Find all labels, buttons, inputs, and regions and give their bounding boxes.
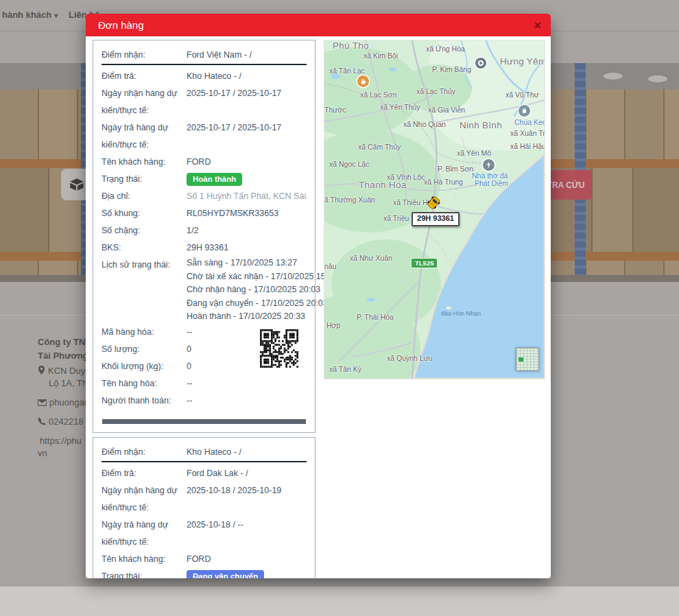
location-pin-icon: [38, 366, 45, 375]
map-label: xã Gia Viễn: [428, 106, 465, 114]
field-value: 29H 93361: [187, 239, 307, 257]
chevron-down-icon: ▾: [54, 12, 58, 19]
detail-row: Ngày nhận hàng dự kiến/thực tế:2025-10-1…: [102, 482, 307, 517]
detail-row: Điểm trả:Kho Hateco - /: [102, 68, 307, 85]
detail-row: Số khung:RL05HYD7MSKR33653: [102, 205, 307, 222]
modal-body: Điểm nhận:Ford Việt Nam - / Điểm trả:Kho…: [86, 36, 551, 578]
map-label: xã Hải Hậu: [510, 142, 545, 150]
field-label: Mã hàng hóa:: [102, 324, 187, 341]
modal-title: Đơn hàng: [98, 19, 144, 31]
detail-row: Trạng thái:Hoàn thành: [102, 171, 307, 188]
map-label: xã Xuân Trư: [510, 129, 545, 137]
detail-row: Số chặng:1/2: [102, 222, 307, 239]
field-label: BKS:: [102, 239, 187, 257]
map-label: xã Tân Kỳ: [329, 365, 361, 373]
detail-row: BKS:29H 93361: [102, 239, 307, 257]
footer-address-line2: Lộ 1A, Th: [49, 378, 87, 388]
detail-row: Điểm nhận:Kho Hateco - /: [102, 444, 307, 462]
map-label: đảo Hòn Nhạn: [441, 310, 481, 317]
qr-code: [260, 329, 298, 368]
minimap-inset[interactable]: [516, 348, 539, 371]
field-label: Địa chỉ:: [102, 188, 187, 205]
field-value: Số 1 Huỳnh Tấn Phát, KCN Sài Đồng B: [187, 188, 307, 205]
minimap-marker: [519, 357, 523, 362]
map-label: xã Nho Quan: [403, 120, 446, 128]
map[interactable]: Phú Thọxã Kim Bôixã Ứng HòaHưng YênP. Ki…: [324, 40, 545, 379]
footer-phone-row[interactable]: 0242218: [38, 416, 84, 427]
detail-row: Ngày nhận hàng dự kiến/thực tế:2025-10-1…: [102, 85, 307, 119]
field-value: FORD: [187, 551, 307, 568]
phone-icon: [38, 417, 46, 425]
map-label: xã Vũ Thư: [505, 91, 539, 99]
detail-row: Người thanh toán:--: [102, 392, 307, 410]
field-value: RL05HYD7MSKR33653: [187, 205, 307, 222]
history-item: Chờ nhận hàng - 17/10/2025 20:03: [187, 283, 307, 297]
map-label: xã Như Xuân: [350, 254, 392, 262]
field-value: Kho Hateco - /: [187, 444, 307, 461]
status-history-row: Lịch sử trạng thái: Sẵn sàng - 17/10/202…: [102, 257, 307, 324]
map-label: xã Hà Trung: [424, 178, 463, 186]
town-poi-icon[interactable]: [475, 58, 486, 69]
detail-row: Ngày trả hàng dự kiến/thực tế:2025-10-18…: [102, 517, 307, 551]
field-value: Kho Hateco - /: [187, 68, 307, 85]
field-label: Tên hàng hóa:: [102, 375, 187, 392]
shopping-poi-icon[interactable]: [519, 105, 530, 117]
order-leg-card-2: Điểm nhận:Kho Hateco - / Điểm trả:Ford D…: [93, 437, 315, 578]
map-label: xã Quỳnh Lưu: [387, 354, 433, 362]
nav-item-hanh-khach[interactable]: hành khách▾: [2, 10, 58, 20]
detail-row: Tên hàng hóa:--: [102, 375, 307, 392]
map-label: P. Bỉm Sơn: [438, 165, 473, 173]
order-leg-card-1: Điểm nhận:Ford Việt Nam - / Điểm trả:Kho…: [93, 40, 315, 433]
map-label: xã Yên Mô: [457, 149, 491, 157]
package-icon: [68, 176, 86, 193]
ceiling-lamp: [604, 73, 623, 80]
map-label: xã Kim Bôi: [364, 51, 398, 60]
status-history-list: Sẵn sàng - 17/10/2025 13:27 Chờ tài xế x…: [187, 257, 307, 324]
order-details-column: Điểm nhận:Ford Việt Nam - / Điểm trả:Kho…: [93, 40, 315, 575]
map-label: xã Lạc Thủy: [416, 87, 455, 95]
field-label: Điểm trả:: [102, 465, 187, 482]
field-label: Điểm nhận:: [102, 444, 187, 461]
field-label: Điểm trả:: [102, 68, 187, 85]
field-value: 2025-10-18 / --: [187, 517, 307, 551]
footer-email-text: phuongan: [49, 397, 89, 407]
history-item: Đang vận chuyển - 17/10/2025 20:03: [187, 297, 307, 311]
history-item: Chờ tài xế xác nhận - 17/10/2025 15:20: [187, 270, 307, 284]
map-label: P. Kim Bảng: [432, 65, 471, 73]
field-label: Tên khách hàng:: [102, 551, 187, 568]
footer-website-line1[interactable]: https://phu: [40, 436, 82, 446]
map-label: xã Yên Thủy: [380, 103, 420, 111]
field-label: Ngày nhận hàng dự kiến/thực tế:: [102, 482, 187, 517]
map-label: Chùa Keo: [514, 118, 545, 126]
field-label: Tên khách hàng:: [102, 154, 187, 171]
church-poi-icon[interactable]: [483, 159, 495, 171]
road-badge: TL525: [411, 258, 438, 268]
status-badge: Hoàn thành: [187, 173, 242, 186]
detail-row: Điểm trả:Ford Dak Lak - /: [102, 465, 307, 482]
ceiling-lamp: [648, 75, 667, 82]
map-label: xã Ứng Hòa: [426, 45, 465, 53]
restaurant-poi-icon[interactable]: [357, 75, 369, 87]
nav-item-label: hành khách: [2, 10, 51, 20]
footer-website-line2: vn: [38, 448, 47, 458]
field-value: Ford Việt Nam - /: [187, 47, 307, 64]
page-bottom-section: [0, 587, 679, 616]
map-label: Thanh Hóa: [359, 180, 407, 190]
detail-row: Địa chỉ:Số 1 Huỳnh Tấn Phát, KCN Sài Đồn…: [102, 188, 307, 205]
field-label: Trạng thái:: [102, 568, 187, 578]
field-value: 2025-10-17 / 2025-10-17: [187, 85, 307, 119]
detail-row: Điểm nhận:Ford Việt Nam - /: [102, 47, 307, 65]
field-value: 2025-10-18 / 2025-10-19: [187, 482, 307, 517]
close-icon[interactable]: ×: [534, 19, 541, 32]
field-value: FORD: [187, 154, 307, 171]
field-label: Điểm nhận:: [102, 47, 187, 64]
field-label: Ngày trả hàng dự kiến/thực tế:: [102, 119, 187, 154]
field-label: Số chặng:: [102, 222, 187, 239]
field-label: Ngày nhận hàng dự kiến/thực tế:: [102, 85, 187, 119]
field-label: Người thanh toán:: [102, 392, 187, 410]
map-label: Phát Diệm: [475, 179, 508, 187]
leg-divider-bar: [102, 419, 306, 424]
field-label: Số lượng:: [102, 341, 187, 358]
footer-email-row[interactable]: phuongan: [38, 397, 89, 407]
vehicle-plate-label[interactable]: 29H 93361: [412, 212, 460, 226]
